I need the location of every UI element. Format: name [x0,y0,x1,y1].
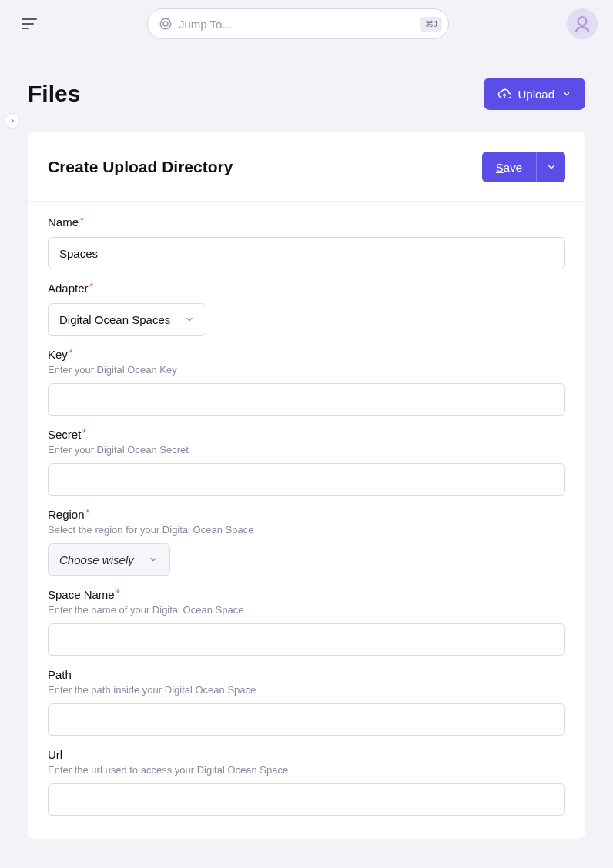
jump-to-input[interactable] [179,18,414,31]
target-icon [159,17,173,31]
name-input[interactable] [48,237,565,269]
cloud-upload-icon [497,87,511,101]
card-title: Create Upload Directory [48,158,233,176]
field-url: Url Enter the url used to access your Di… [48,748,565,816]
space-name-hint: Enter the name of your Digital Ocean Spa… [48,604,565,616]
kbd-shortcut: ⌘J [420,17,443,32]
adapter-selected-value: Digital Ocean Spaces [59,313,170,326]
svg-point-2 [578,17,587,25]
adapter-label: Adapter [48,282,89,295]
page-title: Files [28,81,80,107]
avatar[interactable] [567,8,598,39]
svg-point-1 [163,22,168,26]
chevron-down-icon [546,162,557,172]
save-button[interactable]: Save [482,152,536,182]
field-key: Key* Enter your Digital Ocean Key [48,348,565,416]
required-marker: * [90,282,94,292]
save-button-group: Save [482,152,565,182]
user-icon [572,14,592,34]
page-header: Files Upload [0,48,613,110]
url-label: Url [48,748,62,761]
region-select[interactable]: Choose wisely [48,543,170,576]
region-hint: Select the region for your Digital Ocean… [48,524,565,536]
upload-label: Upload [518,88,554,101]
required-marker: * [86,508,90,519]
svg-point-0 [160,18,171,29]
required-marker: * [116,588,120,599]
chevron-right-icon [8,117,16,125]
path-input[interactable] [48,703,565,736]
key-input[interactable] [48,383,565,416]
secret-hint: Enter your Digital Ocean Secret [48,444,565,456]
required-marker: * [69,348,73,359]
jump-to-search[interactable]: ⌘J [147,8,449,39]
secret-input[interactable] [48,463,565,496]
secret-label: Secret [48,428,81,441]
menu-icon[interactable] [22,15,40,33]
key-label: Key [48,348,68,361]
chevron-down-icon [184,314,195,325]
chevron-down-icon [148,554,159,565]
region-selected-value: Choose wisely [59,553,134,566]
field-adapter: Adapter* Digital Ocean Spaces [48,282,565,336]
url-hint: Enter the url used to access your Digita… [48,764,565,776]
required-marker: * [80,215,84,226]
url-input[interactable] [48,783,565,816]
field-space-name: Space Name* Enter the name of your Digit… [48,588,565,656]
key-hint: Enter your Digital Ocean Key [48,364,565,376]
field-name: Name* [48,215,565,269]
field-secret: Secret* Enter your Digital Ocean Secret [48,428,565,496]
content-area: Create Upload Directory Save Name* Adapt… [0,110,613,839]
field-region: Region* Select the region for your Digit… [48,508,565,576]
path-label: Path [48,668,72,681]
adapter-select[interactable]: Digital Ocean Spaces [48,303,206,336]
field-path: Path Enter the path inside your Digital … [48,668,565,736]
card-header: Create Upload Directory Save [28,132,585,202]
sidebar-expand-toggle[interactable] [5,113,20,129]
region-label: Region [48,508,85,521]
search-wrap: ⌘J [49,8,547,39]
form: Name* Adapter* Digital Ocean Spaces Key*… [28,202,585,839]
space-name-input[interactable] [48,623,565,656]
path-hint: Enter the path inside your Digital Ocean… [48,684,565,696]
save-dropdown-button[interactable] [536,152,565,182]
upload-button[interactable]: Upload [484,78,585,110]
name-label: Name [48,215,79,229]
topbar: ⌘J [0,0,613,48]
space-name-label: Space Name [48,588,115,601]
required-marker: * [82,428,86,439]
create-upload-directory-card: Create Upload Directory Save Name* Adapt… [28,132,585,839]
chevron-down-icon [562,89,571,98]
